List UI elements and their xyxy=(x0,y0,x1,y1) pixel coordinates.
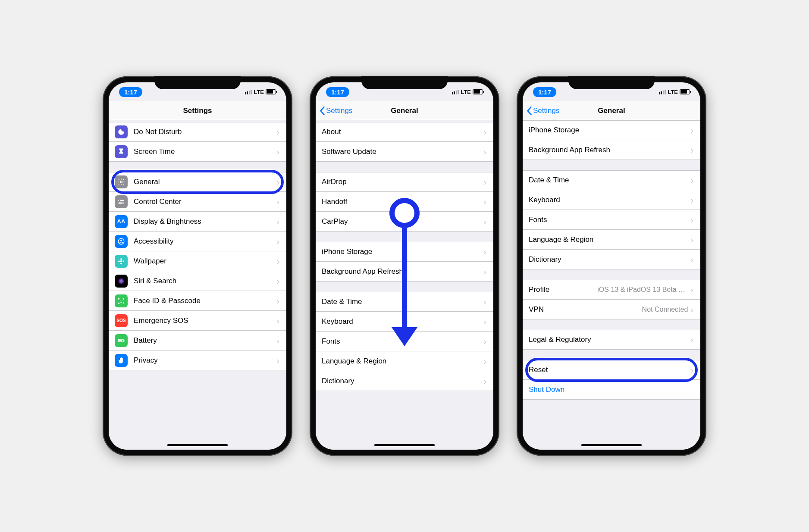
row-label: Date & Time xyxy=(322,297,362,306)
settings-row-background-app-refresh[interactable]: Background App Refresh› xyxy=(523,140,700,160)
settings-row-about[interactable]: About› xyxy=(316,122,493,142)
chevron-right-icon: › xyxy=(276,237,279,246)
settings-row-iphone-storage[interactable]: iPhone Storage› xyxy=(316,242,493,262)
svg-point-7 xyxy=(120,260,122,262)
chevron-right-icon: › xyxy=(483,217,486,226)
settings-row-privacy[interactable]: Privacy› xyxy=(109,350,286,370)
settings-row-dictionary[interactable]: Dictionary› xyxy=(316,371,493,391)
row-label: CarPlay xyxy=(322,217,348,226)
settings-row-fonts[interactable]: Fonts› xyxy=(523,210,700,230)
row-label: Background App Refresh xyxy=(322,267,403,276)
settings-row-vpn[interactable]: VPNNot Connected› xyxy=(523,300,700,319)
settings-row-airdrop[interactable]: AirDrop› xyxy=(316,172,493,192)
settings-row-display-brightness[interactable]: AADisplay & Brightness› xyxy=(109,212,286,232)
settings-row-iphone-storage[interactable]: iPhone Storage› xyxy=(523,120,700,140)
row-label: Date & Time xyxy=(529,176,569,185)
settings-row-do-not-disturb[interactable]: Do Not Disturb› xyxy=(109,122,286,142)
general-list-bottom[interactable]: iPhone Storage›Background App Refresh›Da… xyxy=(523,120,700,450)
siri-icon xyxy=(115,275,128,288)
chevron-right-icon: › xyxy=(276,257,279,266)
home-indicator[interactable] xyxy=(167,444,228,446)
chevron-right-icon: › xyxy=(690,285,693,294)
settings-row-keyboard[interactable]: Keyboard› xyxy=(523,190,700,210)
settings-row-language-region[interactable]: Language & Region› xyxy=(523,230,700,250)
back-button[interactable]: Settings xyxy=(526,106,559,116)
settings-row-profile[interactable]: ProfileiOS 13 & iPadOS 13 Beta Softwar..… xyxy=(523,280,700,300)
settings-row-control-center[interactable]: Control Center› xyxy=(109,192,286,212)
settings-row-language-region[interactable]: Language & Region› xyxy=(316,351,493,371)
home-indicator[interactable] xyxy=(374,444,435,446)
chevron-right-icon: › xyxy=(690,146,693,154)
row-label: Control Center xyxy=(134,197,182,206)
svg-point-5 xyxy=(118,238,124,244)
chevron-left-icon xyxy=(526,106,532,116)
settings-row-dictionary[interactable]: Dictionary› xyxy=(523,250,700,269)
chevron-right-icon: › xyxy=(690,216,693,224)
row-label: Language & Region xyxy=(529,235,593,244)
settings-row-date-time[interactable]: Date & Time› xyxy=(316,292,493,312)
svg-rect-17 xyxy=(119,340,122,341)
settings-row-carplay[interactable]: CarPlay› xyxy=(316,212,493,232)
settings-row-face-id-passcode[interactable]: Face ID & Passcode› xyxy=(109,291,286,311)
nav-bar: Settings xyxy=(109,101,286,120)
chevron-right-icon: › xyxy=(276,217,279,226)
chevron-right-icon: › xyxy=(690,235,693,244)
status-time: 1:17 xyxy=(326,87,349,97)
settings-row-date-time[interactable]: Date & Time› xyxy=(523,170,700,190)
hourglass-icon xyxy=(115,145,128,158)
row-label: Background App Refresh xyxy=(529,146,610,154)
chevron-left-icon xyxy=(319,106,325,116)
nav-title: Settings xyxy=(183,106,212,115)
chevron-right-icon: › xyxy=(690,305,693,314)
AA-icon: AA xyxy=(115,215,128,228)
battery-icon xyxy=(680,89,690,94)
battery-icon xyxy=(266,89,276,94)
back-button[interactable]: Settings xyxy=(319,106,352,116)
settings-row-general[interactable]: General› xyxy=(109,172,286,192)
settings-row-battery[interactable]: Battery› xyxy=(109,331,286,350)
chevron-right-icon: › xyxy=(483,128,486,136)
settings-row-background-app-refresh[interactable]: Background App Refresh› xyxy=(316,262,493,282)
row-label: Battery xyxy=(134,336,157,345)
settings-row-emergency-sos[interactable]: SOSEmergency SOS› xyxy=(109,311,286,331)
row-label: Language & Region xyxy=(322,357,386,366)
svg-rect-16 xyxy=(124,340,125,341)
chevron-right-icon: › xyxy=(276,147,279,156)
svg-point-8 xyxy=(120,258,122,260)
row-label: iPhone Storage xyxy=(529,126,579,135)
chevron-right-icon: › xyxy=(276,128,279,136)
row-label: Legal & Regulatory xyxy=(529,335,591,344)
settings-row-siri-search[interactable]: Siri & Search› xyxy=(109,271,286,291)
switches-icon xyxy=(115,195,128,208)
settings-row-screen-time[interactable]: Screen Time› xyxy=(109,142,286,162)
carrier-label: LTE xyxy=(668,89,678,95)
settings-row-keyboard[interactable]: Keyboard› xyxy=(316,312,493,332)
settings-row-reset[interactable]: Reset› xyxy=(523,360,700,380)
settings-row-fonts[interactable]: Fonts› xyxy=(316,332,493,351)
chevron-right-icon: › xyxy=(276,197,279,206)
chevron-right-icon: › xyxy=(690,126,693,135)
svg-point-4 xyxy=(122,202,123,203)
settings-row-accessibility[interactable]: Accessibility› xyxy=(109,232,286,251)
chevron-right-icon: › xyxy=(483,247,486,256)
notch xyxy=(361,76,448,89)
row-label: Profile xyxy=(529,285,549,294)
chevron-right-icon: › xyxy=(483,337,486,346)
signal-icon xyxy=(245,90,252,94)
row-label: Display & Brightness xyxy=(134,217,201,226)
carrier-label: LTE xyxy=(461,89,471,95)
chevron-right-icon: › xyxy=(276,336,279,345)
settings-list[interactable]: Do Not Disturb›Screen Time›General›Contr… xyxy=(109,120,286,450)
row-label: Dictionary xyxy=(322,377,354,385)
general-list-top[interactable]: About›Software Update›AirDrop›Handoff›Ca… xyxy=(316,120,493,450)
settings-row-legal-regulatory[interactable]: Legal & Regulatory› xyxy=(523,330,700,350)
chevron-right-icon: › xyxy=(276,356,279,365)
svg-point-13 xyxy=(120,300,121,300)
home-indicator[interactable] xyxy=(581,444,642,446)
settings-row-software-update[interactable]: Software Update› xyxy=(316,142,493,162)
settings-row-shut-down[interactable]: Shut Down xyxy=(523,380,700,400)
notch xyxy=(154,76,241,89)
settings-row-handoff[interactable]: Handoff› xyxy=(316,192,493,212)
settings-row-wallpaper[interactable]: Wallpaper› xyxy=(109,251,286,271)
phone-screenshot-1: 1:17 LTE Settings Do Not Disturb›Screen … xyxy=(103,76,292,456)
